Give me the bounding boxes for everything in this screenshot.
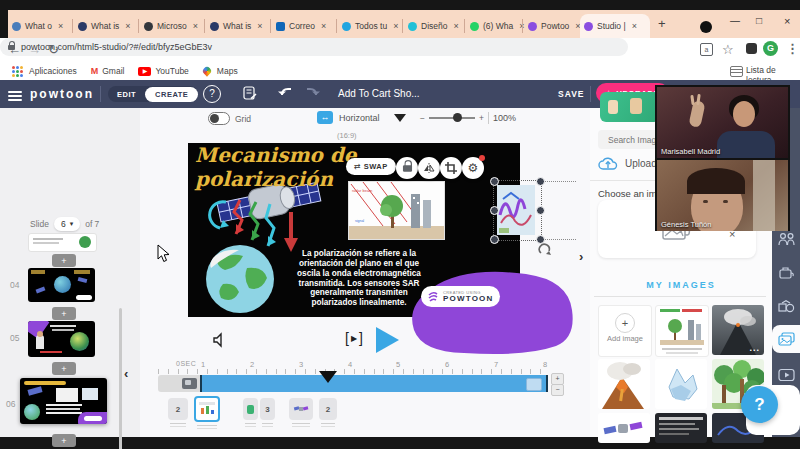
- swap-button[interactable]: ⇄ SWAP: [346, 158, 396, 175]
- timeline-zoom-out[interactable]: −: [551, 384, 564, 396]
- flip-button[interactable]: [418, 157, 440, 179]
- image-thumbnail-satellite[interactable]: [598, 413, 650, 443]
- add-slide-button[interactable]: +: [52, 254, 76, 267]
- props-tab[interactable]: [772, 260, 800, 286]
- timeline-object-chip[interactable]: [243, 398, 258, 420]
- timeline-slide-bar[interactable]: [200, 375, 548, 392]
- rotate-handle-icon[interactable]: [538, 243, 552, 257]
- create-mode-button[interactable]: CREATE: [145, 87, 198, 102]
- forward-icon[interactable]: →: [28, 42, 41, 57]
- window-maximize-button[interactable]: □: [756, 15, 762, 26]
- tab-close-icon[interactable]: ×: [321, 21, 326, 31]
- crop-button[interactable]: [440, 157, 462, 179]
- video-feed[interactable]: Marisabell Madrid: [657, 87, 788, 158]
- browser-tab[interactable]: Powtoo×: [524, 14, 585, 38]
- redo-icon[interactable]: [302, 85, 320, 101]
- slide-body-text[interactable]: La polarización se refiere a la orientac…: [291, 249, 427, 308]
- upload-button[interactable]: Upload: [598, 156, 657, 171]
- video-call-overlay[interactable]: Marisabell Madrid Génesis Tuñón: [655, 85, 790, 231]
- browser-tab[interactable]: Diseño×: [404, 14, 463, 38]
- bookmark-youtube[interactable]: YouTube: [155, 66, 188, 76]
- menu-hamburger-icon[interactable]: [8, 89, 22, 103]
- help-circle-button[interactable]: ?: [203, 85, 221, 103]
- bookmark-gmail[interactable]: Gmail: [102, 66, 124, 76]
- tab-close-icon[interactable]: ×: [58, 21, 63, 31]
- browser-tab-active[interactable]: Studio |×: [580, 14, 650, 38]
- tab-close-icon[interactable]: ×: [453, 21, 458, 31]
- reload-icon[interactable]: ↻: [48, 42, 59, 57]
- timeline-object-chip-selected[interactable]: [194, 396, 220, 422]
- browser-tab[interactable]: What is×: [206, 14, 267, 38]
- mute-speaker-icon[interactable]: [212, 332, 228, 348]
- slide-thumbnail-06-current[interactable]: [20, 378, 107, 424]
- image-thumbnail-iceberg[interactable]: [655, 359, 707, 409]
- edit-mode-button[interactable]: EDIT: [108, 90, 145, 99]
- panel-banner-image[interactable]: [600, 92, 660, 122]
- undo-icon[interactable]: [278, 85, 296, 101]
- add-image-tile[interactable]: + Add image: [598, 305, 652, 357]
- tab-close-icon[interactable]: ×: [393, 21, 398, 31]
- script-icon[interactable]: [242, 85, 258, 101]
- zoom-out-icon[interactable]: −: [420, 113, 425, 123]
- earth-image[interactable]: [203, 242, 277, 316]
- grid-toggle[interactable]: Grid: [208, 112, 251, 125]
- browser-tab[interactable]: (6) Wha×: [466, 14, 529, 38]
- browser-tab[interactable]: What o×: [8, 14, 67, 38]
- browser-menu-icon[interactable]: ⋮: [786, 41, 799, 56]
- tab-close-icon[interactable]: ×: [125, 21, 130, 31]
- preview-frame-button[interactable]: [ ▶ ]: [345, 330, 363, 346]
- powtoon-logo[interactable]: powtoon: [30, 87, 94, 101]
- tab-close-icon[interactable]: ×: [632, 21, 637, 31]
- call-overlay-close-icon[interactable]: ×: [729, 228, 735, 240]
- add-slide-button[interactable]: +: [52, 307, 76, 320]
- extensions-icon[interactable]: [746, 43, 757, 54]
- playhead[interactable]: [319, 371, 337, 383]
- add-slide-button[interactable]: +: [52, 362, 76, 375]
- new-tab-button[interactable]: +: [658, 16, 666, 31]
- browser-tab[interactable]: Correo×: [272, 14, 330, 38]
- browser-tab[interactable]: Microso×: [140, 14, 202, 38]
- slide-thumbnail-04[interactable]: [28, 268, 95, 302]
- zoom-in-icon[interactable]: +: [479, 113, 484, 123]
- play-button[interactable]: [376, 327, 399, 353]
- bookmark-aplicaciones[interactable]: Aplicaciones: [29, 66, 77, 76]
- right-panel-collapse-icon[interactable]: ›: [579, 249, 583, 264]
- save-button[interactable]: SAVE: [558, 89, 585, 99]
- orientation-control[interactable]: ↔ Horizontal: [317, 111, 380, 124]
- timeline-intro-segment[interactable]: [158, 375, 200, 392]
- image-thumbnail-dark-page[interactable]: [655, 413, 707, 443]
- selection-handle[interactable]: [490, 235, 499, 244]
- add-slide-button[interactable]: +: [52, 434, 76, 447]
- timeline-object-chip[interactable]: 2: [168, 398, 188, 420]
- shapes-tab[interactable]: [772, 294, 800, 320]
- selection-handle[interactable]: [536, 206, 545, 215]
- tab-close-icon[interactable]: ×: [257, 21, 262, 31]
- image-thumbnail-volcano-dark[interactable]: ...: [712, 305, 764, 355]
- help-bubble-button[interactable]: ?: [741, 386, 778, 423]
- selection-handle[interactable]: [490, 177, 499, 186]
- timeline-object-chip[interactable]: [289, 398, 313, 420]
- url-field[interactable]: powtoon.com/html5-studio/?#/edit/bfyz5eG…: [0, 38, 628, 56]
- zoom-slider[interactable]: − + 100%: [420, 112, 516, 124]
- selection-handle[interactable]: [536, 177, 545, 186]
- project-title[interactable]: Add To Cart Sho...: [338, 88, 420, 99]
- apps-grid-icon[interactable]: [12, 66, 23, 77]
- image-thumbnail-diagram[interactable]: [655, 305, 709, 357]
- video-feed[interactable]: Génesis Tuñón: [657, 160, 788, 231]
- translate-icon[interactable]: a: [700, 43, 713, 56]
- profile-avatar[interactable]: G: [763, 41, 778, 56]
- orientation-dropdown-caret[interactable]: [394, 114, 406, 122]
- bookmark-maps[interactable]: Maps: [217, 66, 238, 76]
- window-minimize-button[interactable]: —: [730, 15, 740, 26]
- browser-tab[interactable]: What is×: [74, 14, 135, 38]
- slide-number-dropdown[interactable]: 6▾: [54, 217, 80, 231]
- images-tab-active[interactable]: [772, 325, 800, 353]
- slide-thumbnail-05[interactable]: [28, 321, 95, 357]
- bookmark-star-icon[interactable]: ☆: [722, 42, 734, 57]
- window-close-button[interactable]: ×: [784, 15, 790, 27]
- selection-box[interactable]: [493, 180, 542, 241]
- thumbnail-more-icon[interactable]: ...: [749, 343, 760, 353]
- browser-tab[interactable]: Todos tu×: [338, 14, 402, 38]
- timeline-object-chip[interactable]: 3: [260, 398, 275, 420]
- slide-thumbnail-partial[interactable]: [28, 233, 97, 252]
